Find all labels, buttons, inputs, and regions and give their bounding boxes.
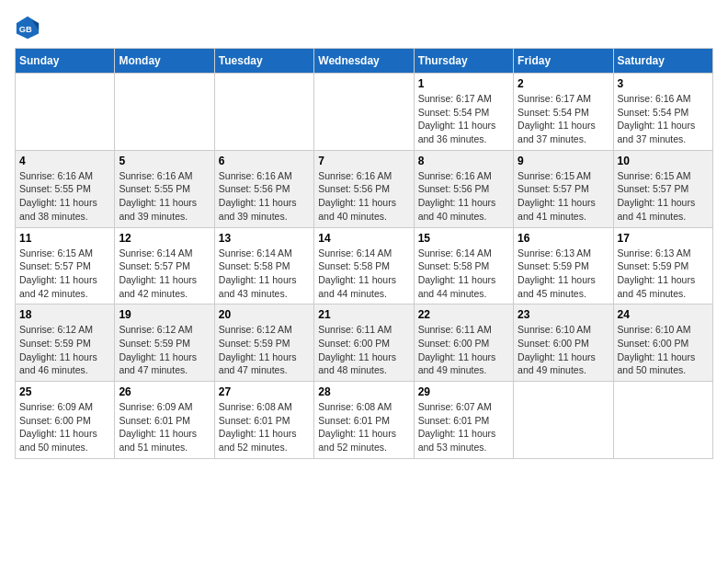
day-number: 8	[418, 155, 509, 167]
day-number: 5	[119, 155, 210, 167]
day-info: Sunrise: 6:08 AM Sunset: 6:01 PM Dayligh…	[318, 400, 409, 454]
weekday-header: Wednesday	[314, 49, 414, 74]
calendar-cell: 9Sunrise: 6:15 AM Sunset: 5:57 PM Daylig…	[514, 150, 613, 227]
calendar-cell	[214, 74, 313, 151]
calendar-cell: 28Sunrise: 6:08 AM Sunset: 6:01 PM Dayli…	[314, 382, 414, 459]
weekday-header: Sunday	[16, 49, 115, 74]
day-number: 9	[518, 155, 609, 167]
weekday-header: Thursday	[414, 49, 513, 74]
day-number: 17	[618, 232, 709, 245]
calendar-cell: 12Sunrise: 6:14 AM Sunset: 5:57 PM Dayli…	[115, 227, 214, 304]
day-info: Sunrise: 6:08 AM Sunset: 6:01 PM Dayligh…	[219, 400, 310, 454]
day-info: Sunrise: 6:09 AM Sunset: 6:01 PM Dayligh…	[119, 400, 210, 454]
weekday-header: Saturday	[613, 49, 712, 74]
day-number: 1	[418, 77, 509, 90]
calendar-week-row: 4Sunrise: 6:16 AM Sunset: 5:55 PM Daylig…	[16, 150, 713, 227]
day-info: Sunrise: 6:11 AM Sunset: 6:00 PM Dayligh…	[418, 323, 509, 377]
day-number: 2	[518, 77, 609, 90]
calendar-week-row: 1Sunrise: 6:17 AM Sunset: 5:54 PM Daylig…	[16, 74, 713, 151]
logo-icon: GB	[15, 15, 40, 40]
calendar-cell: 27Sunrise: 6:08 AM Sunset: 6:01 PM Dayli…	[214, 382, 313, 459]
weekday-header: Friday	[514, 49, 613, 74]
day-info: Sunrise: 6:14 AM Sunset: 5:58 PM Dayligh…	[318, 247, 409, 301]
day-info: Sunrise: 6:13 AM Sunset: 5:59 PM Dayligh…	[518, 247, 609, 301]
day-number: 26	[119, 385, 210, 398]
day-info: Sunrise: 6:16 AM Sunset: 5:56 PM Dayligh…	[418, 169, 509, 224]
calendar-cell: 8Sunrise: 6:16 AM Sunset: 5:56 PM Daylig…	[414, 150, 513, 227]
day-number: 22	[418, 308, 509, 321]
calendar-cell: 20Sunrise: 6:12 AM Sunset: 5:59 PM Dayli…	[214, 304, 313, 382]
day-number: 25	[19, 385, 110, 398]
calendar-cell	[115, 74, 214, 151]
calendar-header-row: SundayMondayTuesdayWednesdayThursdayFrid…	[16, 49, 713, 74]
day-info: Sunrise: 6:17 AM Sunset: 5:54 PM Dayligh…	[418, 92, 509, 146]
calendar-cell: 10Sunrise: 6:15 AM Sunset: 5:57 PM Dayli…	[613, 150, 712, 227]
calendar-cell: 24Sunrise: 6:10 AM Sunset: 6:00 PM Dayli…	[613, 304, 712, 382]
day-info: Sunrise: 6:09 AM Sunset: 6:00 PM Dayligh…	[19, 400, 110, 454]
calendar-cell: 4Sunrise: 6:16 AM Sunset: 5:55 PM Daylig…	[16, 150, 115, 227]
day-info: Sunrise: 6:12 AM Sunset: 5:59 PM Dayligh…	[219, 323, 310, 377]
day-number: 27	[219, 385, 310, 398]
day-number: 29	[418, 385, 509, 398]
day-number: 20	[219, 308, 310, 321]
day-info: Sunrise: 6:14 AM Sunset: 5:57 PM Dayligh…	[119, 247, 210, 301]
day-number: 3	[618, 77, 709, 90]
day-info: Sunrise: 6:10 AM Sunset: 6:00 PM Dayligh…	[518, 323, 609, 377]
day-number: 12	[119, 232, 210, 245]
logo: GB	[15, 15, 44, 40]
day-number: 19	[119, 308, 210, 321]
calendar-cell	[613, 382, 712, 459]
calendar-cell: 23Sunrise: 6:10 AM Sunset: 6:00 PM Dayli…	[514, 304, 613, 382]
calendar-cell: 15Sunrise: 6:14 AM Sunset: 5:58 PM Dayli…	[414, 227, 513, 304]
calendar-cell: 29Sunrise: 6:07 AM Sunset: 6:01 PM Dayli…	[414, 382, 513, 459]
day-info: Sunrise: 6:12 AM Sunset: 5:59 PM Dayligh…	[119, 323, 210, 377]
calendar-cell: 16Sunrise: 6:13 AM Sunset: 5:59 PM Dayli…	[514, 227, 613, 304]
calendar-cell: 3Sunrise: 6:16 AM Sunset: 5:54 PM Daylig…	[613, 74, 712, 151]
calendar-cell: 17Sunrise: 6:13 AM Sunset: 5:59 PM Dayli…	[613, 227, 712, 304]
day-info: Sunrise: 6:07 AM Sunset: 6:01 PM Dayligh…	[418, 400, 509, 454]
day-info: Sunrise: 6:14 AM Sunset: 5:58 PM Dayligh…	[418, 247, 509, 301]
page-header: GB	[15, 15, 713, 40]
calendar-cell: 11Sunrise: 6:15 AM Sunset: 5:57 PM Dayli…	[16, 227, 115, 304]
calendar-cell	[514, 382, 613, 459]
day-number: 21	[318, 308, 409, 321]
day-number: 6	[219, 155, 310, 167]
calendar-cell: 19Sunrise: 6:12 AM Sunset: 5:59 PM Dayli…	[115, 304, 214, 382]
day-number: 23	[518, 308, 609, 321]
calendar-cell: 25Sunrise: 6:09 AM Sunset: 6:00 PM Dayli…	[16, 382, 115, 459]
calendar-week-row: 18Sunrise: 6:12 AM Sunset: 5:59 PM Dayli…	[16, 304, 713, 382]
day-info: Sunrise: 6:15 AM Sunset: 5:57 PM Dayligh…	[518, 169, 609, 224]
calendar-cell: 2Sunrise: 6:17 AM Sunset: 5:54 PM Daylig…	[514, 74, 613, 151]
day-info: Sunrise: 6:15 AM Sunset: 5:57 PM Dayligh…	[19, 247, 110, 301]
day-number: 28	[318, 385, 409, 398]
calendar-cell: 5Sunrise: 6:16 AM Sunset: 5:55 PM Daylig…	[115, 150, 214, 227]
day-info: Sunrise: 6:10 AM Sunset: 6:00 PM Dayligh…	[618, 323, 709, 377]
day-number: 15	[418, 232, 509, 245]
day-info: Sunrise: 6:16 AM Sunset: 5:56 PM Dayligh…	[318, 169, 409, 224]
calendar-week-row: 11Sunrise: 6:15 AM Sunset: 5:57 PM Dayli…	[16, 227, 713, 304]
calendar-cell: 21Sunrise: 6:11 AM Sunset: 6:00 PM Dayli…	[314, 304, 414, 382]
calendar-cell: 7Sunrise: 6:16 AM Sunset: 5:56 PM Daylig…	[314, 150, 414, 227]
day-info: Sunrise: 6:16 AM Sunset: 5:55 PM Dayligh…	[19, 169, 110, 224]
calendar-table: SundayMondayTuesdayWednesdayThursdayFrid…	[15, 48, 713, 459]
day-info: Sunrise: 6:12 AM Sunset: 5:59 PM Dayligh…	[19, 323, 110, 377]
day-number: 14	[318, 232, 409, 245]
day-number: 10	[618, 155, 709, 167]
calendar-cell: 22Sunrise: 6:11 AM Sunset: 6:00 PM Dayli…	[414, 304, 513, 382]
day-info: Sunrise: 6:16 AM Sunset: 5:54 PM Dayligh…	[618, 92, 709, 146]
day-number: 4	[19, 155, 110, 167]
day-number: 7	[318, 155, 409, 167]
calendar-week-row: 25Sunrise: 6:09 AM Sunset: 6:00 PM Dayli…	[16, 382, 713, 459]
calendar-cell: 6Sunrise: 6:16 AM Sunset: 5:56 PM Daylig…	[214, 150, 313, 227]
weekday-header: Monday	[115, 49, 214, 74]
weekday-header: Tuesday	[214, 49, 313, 74]
day-number: 11	[19, 232, 110, 245]
calendar-cell	[314, 74, 414, 151]
day-number: 18	[19, 308, 110, 321]
day-number: 24	[618, 308, 709, 321]
day-info: Sunrise: 6:11 AM Sunset: 6:00 PM Dayligh…	[318, 323, 409, 377]
svg-text:GB: GB	[19, 25, 32, 34]
calendar-cell	[16, 74, 115, 151]
day-number: 13	[219, 232, 310, 245]
day-info: Sunrise: 6:17 AM Sunset: 5:54 PM Dayligh…	[518, 92, 609, 146]
